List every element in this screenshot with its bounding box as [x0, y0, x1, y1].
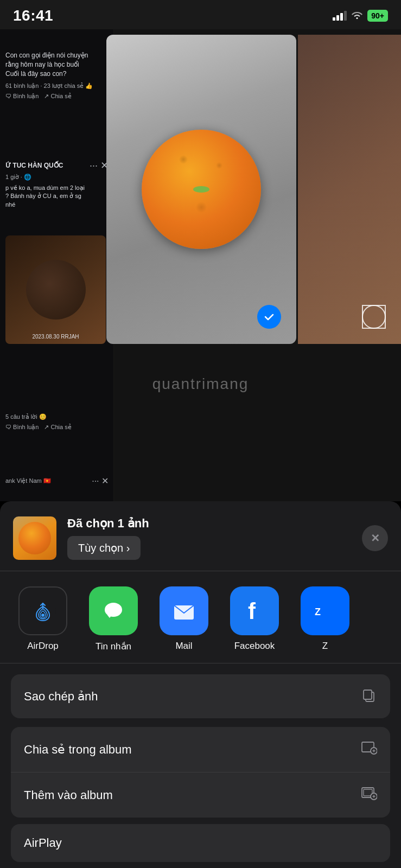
app-item-zalo[interactable]: Z Z: [295, 586, 355, 652]
fb-post-2: Ứ TUC HÀN QUỐC ··· ✕ 1 giờ · 🌐 p về ko a…: [0, 154, 114, 219]
watermark: quantrimang: [152, 375, 249, 393]
app-item-facebook[interactable]: f Facebook: [225, 586, 284, 652]
fb-post-2-text: p về ko a, mua dùm em 2 loại? Bánh này ở…: [5, 184, 109, 209]
app-item-airdrop[interactable]: AirDrop: [13, 586, 73, 652]
fb-post-stats: 61 bình luận · 23 lượt chia sẻ 👍: [5, 82, 109, 90]
status-bar: 16:41 90+: [0, 0, 401, 29]
fb-post-2-title: Ứ TUC HÀN QUỐC: [5, 162, 63, 169]
messages-label: Tin nhắn: [96, 641, 131, 652]
battery-icon: 90+: [367, 10, 388, 22]
center-photo: [106, 35, 296, 344]
fb-bottom-stats: 5 câu trả lời 😊: [5, 413, 109, 420]
share-info: Đã chọn 1 ảnh Tùy chọn ›: [67, 516, 351, 560]
mail-label: Mail: [175, 641, 192, 652]
app-item-mail[interactable]: Mail: [154, 586, 214, 652]
bank-strip: ank Việt Nam 🇻🇳 ··· ✕: [0, 471, 114, 490]
cookie-visual: [131, 119, 272, 260]
fb-post-actions: 🗨 Bình luận ↗ Chia sẻ: [5, 93, 109, 100]
fb-post-content: Con con gọi điện nói chuyệnrằng hôm nay …: [0, 46, 114, 113]
add-album-label: Thêm vào album: [24, 788, 113, 802]
home-indicator: [0, 862, 401, 868]
action-section-1: Sao chép ảnh: [11, 674, 390, 718]
zalo-label: Z: [322, 641, 328, 652]
add-album-row[interactable]: Thêm vào album: [11, 772, 390, 818]
copy-photo-label: Sao chép ảnh: [24, 690, 98, 704]
svg-text:Z: Z: [315, 607, 321, 617]
food-image-strip: 2023.08.30 RRJAH: [5, 235, 106, 344]
options-button[interactable]: Tùy chọn ›: [67, 536, 141, 560]
thumb-cookie: [18, 522, 51, 554]
share-title: Đã chọn 1 ảnh: [67, 516, 351, 531]
fb-post-2-bottom: 5 câu trả lời 😊 🗨 Bình luận ↗ Chia sẻ: [0, 408, 114, 436]
facebook-label: Facebook: [234, 641, 275, 652]
airdrop-label: AirDrop: [27, 641, 59, 652]
action-section-2: Chia sẻ trong album Thêm vào album: [11, 727, 390, 818]
share-sheet: Đã chọn 1 ảnh Tùy chọn › ✕ AirDrop: [0, 501, 401, 868]
bank-text: ank Việt Nam 🇻🇳: [5, 477, 51, 484]
fb-post-text: Con con gọi điện nói chuyệnrằng hôm nay …: [5, 51, 109, 78]
facebook-icon: f: [230, 586, 279, 635]
cookie-seed: [193, 186, 209, 193]
fb-bottom-actions: 🗨 Bình luận ↗ Chia sẻ: [5, 424, 109, 431]
copy-icon: [361, 686, 377, 706]
fb-post-2-meta: 1 giờ · 🌐: [5, 174, 109, 181]
status-time: 16:41: [13, 7, 53, 24]
right-photo: [298, 35, 401, 344]
photo-background: Con con gọi điện nói chuyệnrằng hôm nay …: [0, 29, 401, 501]
share-header: Đã chọn 1 ảnh Tùy chọn › ✕: [0, 501, 401, 571]
airdrop-icon: [18, 586, 67, 635]
add-album-icon: [360, 784, 377, 806]
svg-text:f: f: [248, 598, 256, 624]
close-button[interactable]: ✕: [362, 525, 388, 551]
cookie-body: [142, 130, 261, 249]
airplay-row[interactable]: AirPlay: [11, 824, 390, 862]
signal-icon: [333, 11, 347, 21]
svg-rect-9: [364, 690, 372, 699]
close-icon: ✕: [371, 532, 380, 545]
copy-photo-row[interactable]: Sao chép ảnh: [11, 674, 390, 718]
zalo-icon: Z: [301, 586, 349, 635]
mail-icon: [160, 586, 208, 635]
airplay-label: AirPlay: [11, 824, 390, 862]
apps-row: AirDrop Tin nhắn Mail: [0, 571, 401, 663]
photo-check-selected: [257, 305, 281, 329]
app-item-messages[interactable]: Tin nhắn: [84, 586, 143, 652]
share-thumbnail: [13, 516, 56, 560]
status-icons: 90+: [333, 10, 388, 22]
wifi-icon: [351, 10, 363, 22]
share-album-icon: [360, 739, 377, 760]
svg-point-1: [41, 614, 44, 617]
svg-point-3: [105, 603, 122, 617]
messages-icon: [89, 586, 138, 635]
share-album-row[interactable]: Chia sẻ trong album: [11, 727, 390, 772]
food-circle: [26, 260, 86, 320]
share-album-label: Chia sẻ trong album: [24, 743, 132, 757]
